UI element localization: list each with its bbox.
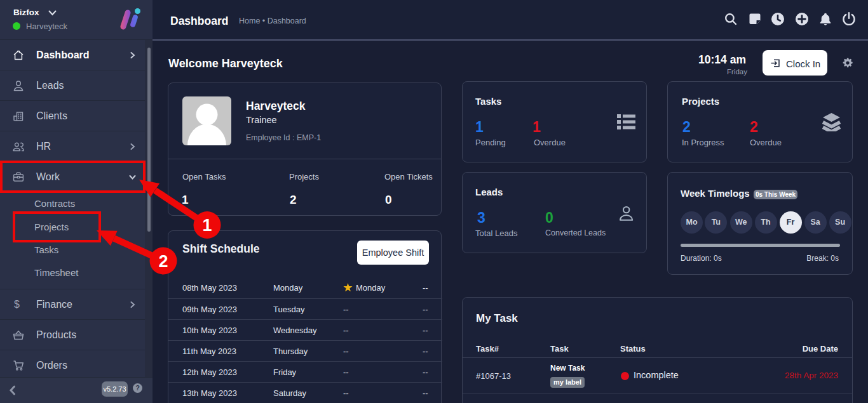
- svg-text:2: 2: [158, 252, 168, 271]
